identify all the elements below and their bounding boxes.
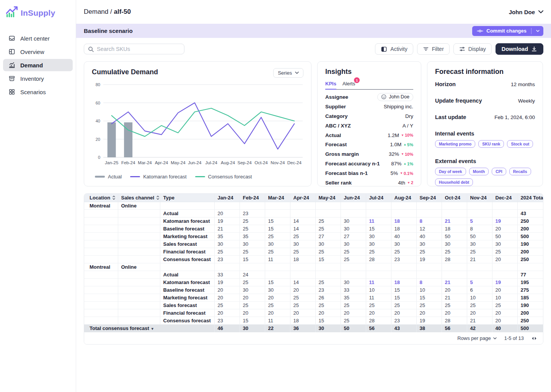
value-cell[interactable]: [315, 271, 341, 278]
value-cell[interactable]: 23: [240, 209, 265, 217]
value-cell[interactable]: 25: [391, 248, 416, 255]
value-cell[interactable]: 24: [240, 271, 265, 278]
legend-item-katomaran-forecast[interactable]: Katomaran forecast: [130, 174, 186, 180]
value-cell[interactable]: 27: [315, 232, 341, 240]
value-cell[interactable]: 30: [442, 240, 467, 248]
value-cell[interactable]: 15: [265, 278, 290, 286]
value-cell[interactable]: 14: [290, 278, 315, 286]
value-cell[interactable]: 25: [341, 301, 366, 309]
value-cell[interactable]: 28: [366, 255, 391, 263]
value-cell[interactable]: 23: [315, 286, 341, 294]
value-cell[interactable]: 28: [366, 317, 391, 324]
value-cell[interactable]: 20: [315, 309, 341, 317]
value-cell[interactable]: 40: [391, 232, 416, 240]
value-cell[interactable]: 20: [442, 286, 467, 294]
event-pill-stock-out[interactable]: Stock out: [507, 140, 533, 148]
value-cell[interactable]: [467, 271, 492, 278]
event-pill-cpi[interactable]: CPI: [492, 168, 506, 175]
value-cell[interactable]: [366, 209, 391, 217]
event-pill-marketing-promo[interactable]: Marketing promo: [435, 140, 475, 148]
event-pill-household-debt[interactable]: Household debt: [435, 178, 473, 186]
value-cell[interactable]: 21: [442, 294, 467, 301]
value-cell[interactable]: [467, 209, 492, 217]
value-cell[interactable]: 25: [341, 317, 366, 324]
value-cell[interactable]: 25: [467, 248, 492, 255]
value-cell[interactable]: [416, 209, 442, 217]
value-cell[interactable]: 19: [492, 278, 517, 286]
column-header-location[interactable]: Location: [84, 194, 118, 202]
value-cell[interactable]: 25: [290, 248, 315, 255]
sidebar-item-alert-center[interactable]: Alert center: [3, 32, 73, 44]
value-cell[interactable]: 35: [240, 232, 265, 240]
value-cell[interactable]: 20: [391, 309, 416, 317]
value-cell[interactable]: [341, 271, 366, 278]
value-cell[interactable]: 20: [467, 309, 492, 317]
value-cell[interactable]: 19: [214, 217, 240, 225]
value-cell[interactable]: 11: [366, 217, 391, 225]
value-cell[interactable]: 19: [416, 317, 442, 324]
value-cell[interactable]: 30: [315, 240, 341, 248]
value-cell[interactable]: 21: [442, 278, 467, 286]
value-cell[interactable]: 19: [214, 278, 240, 286]
value-cell[interactable]: 14: [290, 225, 315, 232]
value-cell[interactable]: 18: [391, 278, 416, 286]
value-cell[interactable]: 20: [492, 225, 517, 232]
event-pill-month[interactable]: Month: [469, 168, 489, 175]
value-cell[interactable]: 20: [442, 309, 467, 317]
value-cell[interactable]: 20: [214, 294, 240, 301]
value-cell[interactable]: 25: [341, 248, 366, 255]
value-cell[interactable]: 23: [214, 255, 240, 263]
activity-button[interactable]: Activity: [375, 43, 413, 55]
value-cell[interactable]: 35: [214, 232, 240, 240]
search-box[interactable]: [84, 44, 184, 54]
sidebar-item-overview[interactable]: Overview: [3, 46, 73, 58]
value-cell[interactable]: 23: [391, 317, 416, 324]
value-cell[interactable]: 25: [341, 255, 366, 263]
value-cell[interactable]: 25: [416, 301, 442, 309]
sidebar-item-inventory[interactable]: Inventory: [3, 72, 73, 85]
value-cell[interactable]: 50: [442, 232, 467, 240]
rows-per-page-control[interactable]: Rows per page: [457, 335, 496, 341]
value-cell[interactable]: 30: [341, 225, 366, 232]
commit-dropdown-caret[interactable]: [535, 30, 541, 32]
value-cell[interactable]: 11: [265, 255, 290, 263]
value-cell[interactable]: [366, 271, 391, 278]
value-cell[interactable]: 35: [341, 294, 366, 301]
value-cell[interactable]: 25: [492, 301, 517, 309]
value-cell[interactable]: 25: [240, 225, 265, 232]
value-cell[interactable]: 25: [290, 301, 315, 309]
value-cell[interactable]: 25: [366, 301, 391, 309]
value-cell[interactable]: 25: [467, 301, 492, 309]
value-cell[interactable]: 14: [290, 217, 315, 225]
value-cell[interactable]: 25: [391, 301, 416, 309]
value-cell[interactable]: 25: [240, 248, 265, 255]
search-input[interactable]: [97, 46, 180, 52]
value-cell[interactable]: 15: [391, 294, 416, 301]
value-cell[interactable]: 11: [366, 278, 391, 286]
value-cell[interactable]: 15: [240, 255, 265, 263]
value-cell[interactable]: 25: [214, 301, 240, 309]
value-cell[interactable]: 30: [240, 286, 265, 294]
value-cell[interactable]: [391, 271, 416, 278]
value-cell[interactable]: 30: [341, 240, 366, 248]
value-cell[interactable]: 30: [265, 240, 290, 248]
value-cell[interactable]: 20: [492, 317, 517, 324]
value-cell[interactable]: 20: [492, 286, 517, 294]
value-cell[interactable]: [492, 209, 517, 217]
value-cell[interactable]: 18: [290, 255, 315, 263]
value-cell[interactable]: 5: [467, 217, 492, 225]
value-cell[interactable]: 25: [416, 248, 442, 255]
total-row-label[interactable]: Total consensus forecast▾: [84, 324, 214, 332]
value-cell[interactable]: 20: [265, 294, 290, 301]
value-cell[interactable]: 21: [467, 317, 492, 324]
value-cell[interactable]: 30: [265, 286, 290, 294]
value-cell[interactable]: 21: [214, 225, 240, 232]
value-cell[interactable]: 11: [265, 317, 290, 324]
pagination-arrows[interactable]: [531, 336, 537, 341]
value-cell[interactable]: 10: [416, 286, 442, 294]
value-cell[interactable]: 20: [341, 309, 366, 317]
value-cell[interactable]: 20: [366, 309, 391, 317]
value-cell[interactable]: 15: [391, 286, 416, 294]
value-cell[interactable]: 21: [467, 255, 492, 263]
value-cell[interactable]: 8: [416, 217, 442, 225]
